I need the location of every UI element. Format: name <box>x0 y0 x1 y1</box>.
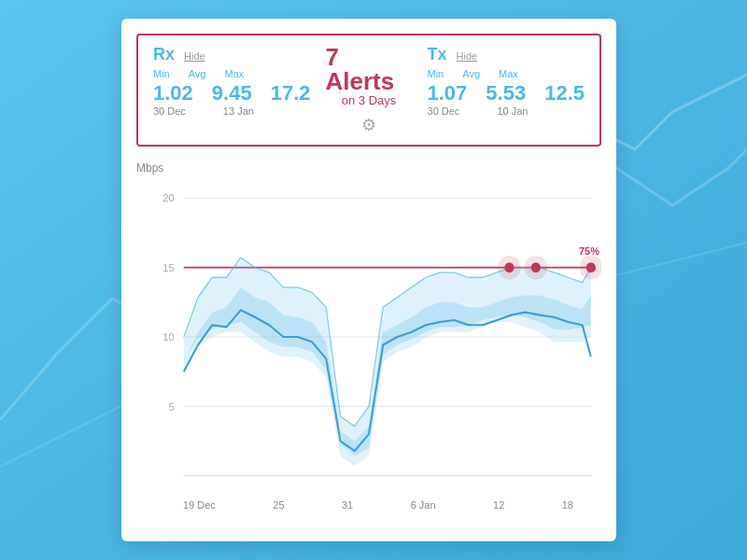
x-label-1: 25 <box>273 499 284 511</box>
alerts-count: 7 Alerts <box>325 45 412 93</box>
rx-group: Rx Hide Min Avg Max 1.02 9.45 17.2 30 De… <box>153 45 310 117</box>
tx-min-label: Min <box>428 68 444 79</box>
x-label-4: 12 <box>493 499 504 511</box>
rx-avg-value: 9.45 <box>212 81 252 105</box>
svg-text:20: 20 <box>162 192 174 203</box>
tx-min-value: 1.07 <box>428 81 468 105</box>
tx-max-value: 12.5 <box>544 81 585 105</box>
x-label-0: 19 Dec <box>183 499 216 511</box>
svg-point-16 <box>531 262 541 273</box>
rx-values: 1.02 9.45 17.2 <box>153 81 310 105</box>
svg-point-18 <box>586 262 596 273</box>
x-label-2: 31 <box>342 499 353 511</box>
chart-area: Mbps 75% 20 15 10 5 <box>136 161 601 511</box>
tx-hide-link[interactable]: Hide <box>457 50 478 62</box>
tx-group: Tx Hide Min Avg Max 1.07 5.53 12.5 30 De… <box>428 45 585 117</box>
rx-min-date: 30 Dec <box>153 105 186 117</box>
main-card: Rx Hide Min Avg Max 1.02 9.45 17.2 30 De… <box>121 19 616 541</box>
alerts-subtitle: on 3 Days <box>342 93 397 107</box>
rx-dates: 30 Dec 13 Jan <box>153 105 310 117</box>
chart-container: 75% 20 15 10 5 <box>136 178 601 496</box>
chart-svg: 20 15 10 5 <box>136 178 601 496</box>
x-axis: 19 Dec 25 31 6 Jan 12 18 <box>136 496 601 511</box>
rx-min-value: 1.02 <box>153 81 193 105</box>
rx-max-value: 17.2 <box>271 81 311 105</box>
tx-title: Tx <box>428 45 447 64</box>
stats-box: Rx Hide Min Avg Max 1.02 9.45 17.2 30 De… <box>136 34 601 147</box>
rx-max-label: Max <box>225 68 245 79</box>
svg-marker-11 <box>184 258 591 466</box>
rx-title: Rx <box>153 45 175 64</box>
rx-min-label: Min <box>153 68 170 79</box>
rx-avg-label: Avg <box>189 68 206 79</box>
x-label-5: 18 <box>562 499 573 511</box>
rx-max-date: 13 Jan <box>223 105 254 117</box>
svg-text:5: 5 <box>168 400 174 412</box>
tx-min-date: 30 Dec <box>428 105 460 117</box>
tx-avg-label: Avg <box>462 68 480 79</box>
tx-max-label: Max <box>499 68 518 79</box>
tx-max-date: 10 Jan <box>497 105 528 117</box>
tx-avg-value: 5.53 <box>486 81 526 105</box>
tx-values: 1.07 5.53 12.5 <box>428 81 585 105</box>
tx-labels: Min Avg Max <box>428 68 585 79</box>
tx-dates: 30 Dec 10 Jan <box>428 105 585 117</box>
x-label-3: 6 Jan <box>411 499 436 511</box>
svg-point-14 <box>504 262 514 273</box>
gear-icon[interactable]: ⚙ <box>361 115 376 135</box>
svg-text:10: 10 <box>162 331 174 343</box>
y-axis-label: Mbps <box>136 161 601 175</box>
threshold-label: 75% <box>579 245 599 257</box>
rx-labels: Min Avg Max <box>153 68 310 79</box>
alerts-center: 7 Alerts on 3 Days ⚙ <box>310 45 427 135</box>
svg-text:15: 15 <box>162 262 174 273</box>
rx-hide-link[interactable]: Hide <box>184 50 205 62</box>
